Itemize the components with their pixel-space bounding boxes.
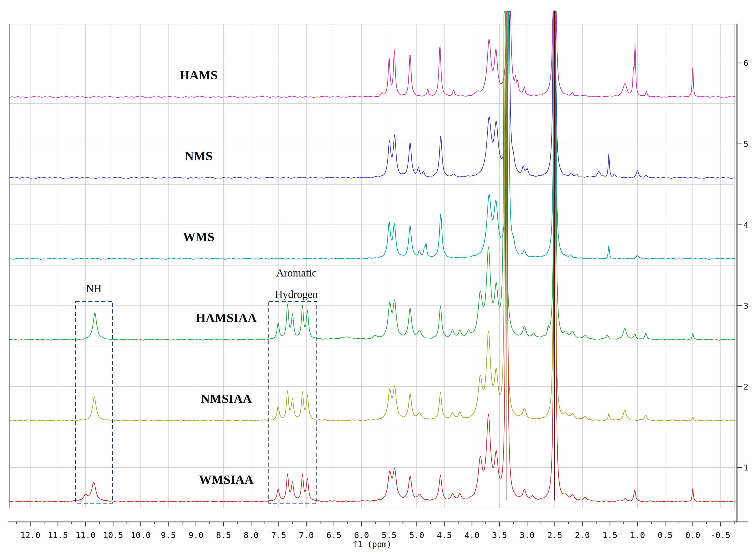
sample-label-hams: HAMS: [180, 68, 217, 82]
x-tick-label: 2.5: [547, 530, 562, 540]
x-tick-label: 6.0: [354, 530, 369, 540]
x-tick-label: 3.0: [520, 530, 535, 540]
right-axis-tick-label: 3: [744, 301, 749, 311]
x-tick-label: 5.0: [409, 530, 424, 540]
x-tick-label: 9.5: [161, 530, 176, 540]
aromatic-annotation-label-line2: Hydrogen: [275, 288, 318, 300]
nh-annotation-label: NH: [86, 283, 101, 294]
right-axis-tick-label: 5: [744, 139, 749, 149]
spectrum-trace-hamsiaa: [9, 11, 735, 340]
spectrum-trace-nms: [9, 11, 735, 178]
spectrum-trace-wms: [9, 11, 735, 259]
x-tick-label: 11.5: [48, 530, 68, 540]
right-axis-tick-label: 1: [744, 463, 749, 472]
right-axis-tick-label: 2: [744, 382, 749, 391]
x-tick-label: 8.0: [243, 530, 259, 540]
x-tick-label: 1.5: [603, 530, 617, 540]
x-axis-title: f1 (ppm): [353, 539, 391, 549]
nh-region-box: [76, 301, 113, 503]
sample-label-hamsiaa: HAMSIAA: [196, 311, 257, 325]
x-tick-label: 7.5: [271, 530, 286, 540]
x-tick-label: 6.5: [326, 530, 342, 540]
x-tick-label: 11.0: [76, 530, 96, 540]
x-tick-label: 12.0: [20, 530, 40, 540]
x-tick-label: 3.5: [492, 530, 507, 540]
right-axis-tick-label: 6: [744, 58, 749, 68]
sample-label-wms: WMS: [183, 230, 215, 244]
x-tick-label: 5.5: [382, 530, 397, 540]
nmr-spectra-canvas: 12.011.511.010.510.09.59.08.58.07.57.06.…: [0, 0, 756, 557]
x-tick-label: 0.5: [658, 530, 673, 540]
sample-label-nms: NMS: [185, 149, 212, 163]
aromatic-annotation-label-line1: Aromatic: [276, 267, 317, 279]
x-tick-label: 9.0: [188, 530, 203, 540]
x-tick-label: -0.5: [710, 530, 730, 540]
spectrum-trace-wmsiaa: [9, 11, 735, 502]
x-tick-label: 4.0: [464, 530, 479, 540]
axes: 12.011.511.010.510.09.59.08.58.07.57.06.…: [8, 24, 749, 549]
spectrum-trace-nmsiaa: [9, 11, 735, 421]
right-axis-tick-label: 4: [744, 220, 749, 230]
sample-label-nmsiaa: NMSIAA: [201, 392, 252, 406]
x-tick-label: 10.0: [131, 530, 151, 540]
sample-label-wmsiaa: WMSIAA: [199, 473, 254, 487]
x-tick-label: 8.5: [216, 530, 231, 540]
x-tick-label: 2.0: [575, 530, 590, 540]
x-tick-label: 0.0: [685, 530, 700, 540]
sample-labels: HAMSNMSWMSHAMSIAANMSIAAWMSIAA: [180, 68, 257, 487]
x-tick-label: 7.0: [299, 530, 314, 540]
x-tick-label: 1.0: [630, 530, 645, 540]
x-tick-label: 4.5: [437, 530, 452, 540]
x-tick-label: 10.5: [103, 530, 123, 540]
spectra-traces: [9, 11, 735, 502]
nmr-figure: 12.011.511.010.510.09.59.08.58.07.57.06.…: [0, 0, 756, 557]
